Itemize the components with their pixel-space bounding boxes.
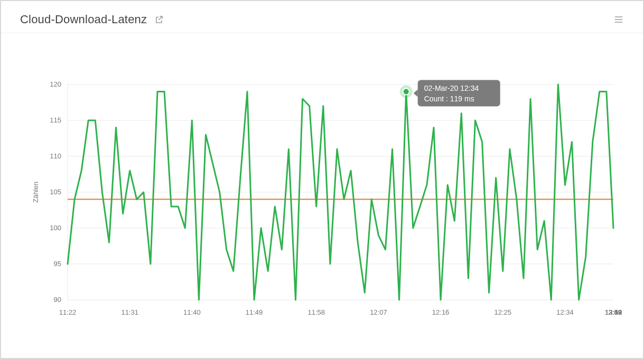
panel-frame: Cloud-Download-Latenz 909510010511011512… [0, 0, 644, 359]
svg-text:11:58: 11:58 [307, 308, 325, 316]
svg-text:95: 95 [54, 260, 61, 268]
svg-text:13:19: 13:19 [605, 308, 622, 316]
external-link-icon[interactable] [154, 15, 164, 24]
chart-area: 909510010511011512011:2211:3111:4011:491… [20, 42, 624, 345]
svg-text:11:49: 11:49 [246, 308, 263, 316]
svg-text:11:22: 11:22 [59, 308, 77, 316]
svg-text:12:07: 12:07 [370, 308, 387, 316]
svg-text:110: 110 [50, 152, 61, 160]
latency-line-chart[interactable]: 909510010511011512011:2211:3111:4011:491… [20, 42, 624, 345]
hamburger-menu-icon[interactable] [613, 14, 624, 25]
tooltip-timestamp: 02-Mar-20 12:34 [424, 84, 479, 92]
y-axis-label: Zählen [32, 182, 40, 203]
svg-text:115: 115 [50, 116, 61, 124]
svg-text:12:34: 12:34 [556, 308, 574, 316]
svg-text:120: 120 [50, 80, 61, 88]
panel-header: Cloud-Download-Latenz [1, 1, 643, 33]
svg-text:90: 90 [54, 296, 61, 304]
svg-text:11:31: 11:31 [121, 308, 138, 316]
panel-title: Cloud-Download-Latenz [20, 13, 147, 26]
svg-text:105: 105 [50, 188, 61, 196]
tooltip-value: Count : 119 ms [424, 95, 474, 103]
svg-text:12:16: 12:16 [432, 308, 450, 316]
title-wrap: Cloud-Download-Latenz [20, 13, 164, 26]
svg-text:11:40: 11:40 [183, 308, 201, 316]
svg-text:100: 100 [50, 224, 61, 232]
hover-point [403, 89, 409, 95]
svg-text:12:25: 12:25 [494, 308, 512, 316]
